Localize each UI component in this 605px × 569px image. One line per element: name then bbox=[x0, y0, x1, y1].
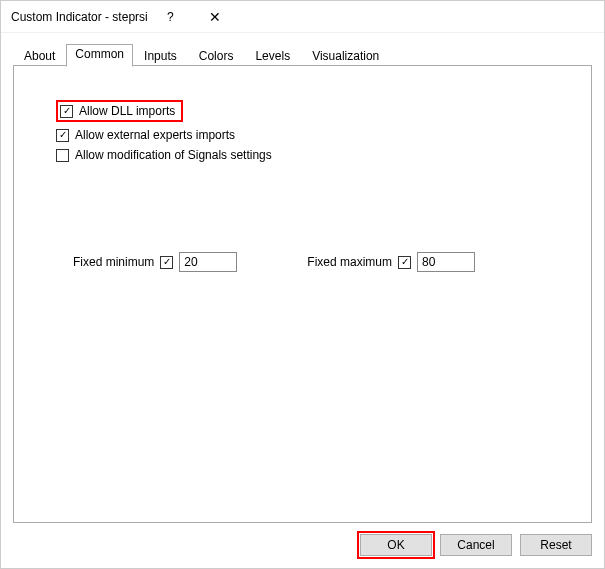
reset-button[interactable]: Reset bbox=[520, 534, 592, 556]
checkbox-label: Allow modification of Signals settings bbox=[75, 148, 272, 162]
tab-label: Levels bbox=[255, 49, 290, 63]
close-icon: ✕ bbox=[209, 9, 221, 25]
fixed-min-input[interactable] bbox=[179, 252, 237, 272]
checkbox-allow-dll[interactable] bbox=[60, 105, 73, 118]
tab-label: Visualization bbox=[312, 49, 379, 63]
fixed-min-label: Fixed minimum bbox=[73, 255, 154, 269]
close-button[interactable]: ✕ bbox=[193, 1, 238, 33]
button-bar: OK Cancel Reset bbox=[1, 524, 604, 568]
tab-common[interactable]: Common bbox=[66, 44, 133, 67]
fixed-max-input[interactable] bbox=[417, 252, 475, 272]
checkbox-allow-signals-modify[interactable] bbox=[56, 149, 69, 162]
tab-label: Inputs bbox=[144, 49, 177, 63]
checkbox-allow-external-experts[interactable] bbox=[56, 129, 69, 142]
button-label: Reset bbox=[540, 538, 571, 552]
checkbox-label: Allow DLL imports bbox=[79, 104, 175, 118]
tab-bar: About Common Inputs Colors Levels Visual… bbox=[1, 33, 604, 66]
tab-visualization[interactable]: Visualization bbox=[301, 44, 390, 67]
option-allow-external-experts: Allow external experts imports bbox=[56, 128, 567, 142]
ok-button[interactable]: OK bbox=[360, 534, 432, 556]
cancel-button[interactable]: Cancel bbox=[440, 534, 512, 556]
checkbox-label: Allow external experts imports bbox=[75, 128, 235, 142]
tab-about[interactable]: About bbox=[13, 44, 66, 67]
tab-levels[interactable]: Levels bbox=[244, 44, 301, 67]
button-label: OK bbox=[387, 538, 404, 552]
help-button[interactable]: ? bbox=[148, 1, 193, 33]
tab-inputs[interactable]: Inputs bbox=[133, 44, 188, 67]
window-title: Custom Indicator - steprsi bbox=[11, 10, 148, 24]
help-icon: ? bbox=[167, 10, 174, 24]
fixed-range-row: Fixed minimum Fixed maximum bbox=[73, 252, 567, 272]
tab-colors[interactable]: Colors bbox=[188, 44, 245, 67]
checkbox-fixed-min[interactable] bbox=[160, 256, 173, 269]
tab-panel-common: Allow DLL imports Allow external experts… bbox=[13, 65, 592, 523]
tab-label: About bbox=[24, 49, 55, 63]
fixed-maximum-group: Fixed maximum bbox=[307, 252, 475, 272]
tab-label: Colors bbox=[199, 49, 234, 63]
button-label: Cancel bbox=[457, 538, 494, 552]
fixed-max-label: Fixed maximum bbox=[307, 255, 392, 269]
fixed-minimum-group: Fixed minimum bbox=[73, 252, 237, 272]
option-allow-signals-modify: Allow modification of Signals settings bbox=[56, 148, 567, 162]
tab-label: Common bbox=[75, 47, 124, 61]
option-allow-dll: Allow DLL imports bbox=[56, 100, 567, 122]
titlebar: Custom Indicator - steprsi ? ✕ bbox=[1, 1, 604, 33]
checkbox-fixed-max[interactable] bbox=[398, 256, 411, 269]
dialog-window: Custom Indicator - steprsi ? ✕ About Com… bbox=[0, 0, 605, 569]
